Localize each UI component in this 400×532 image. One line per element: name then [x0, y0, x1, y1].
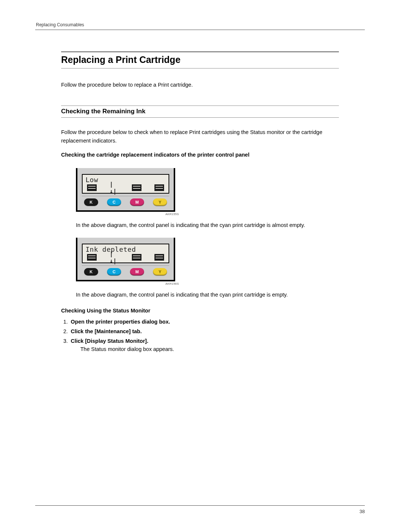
- led-yellow: Y: [153, 198, 167, 206]
- page-number: 38: [35, 509, 365, 514]
- section-heading: Checking the Remaining Ink: [61, 108, 339, 115]
- led-magenta: M: [130, 268, 144, 275]
- lcd-display: Low |↓|: [82, 174, 169, 194]
- list-item: Open the printer properties dialog box.: [69, 319, 339, 325]
- led-black: K: [84, 268, 98, 275]
- control-panel-figure-1: Low |↓| K C M Y: [76, 168, 339, 216]
- list-item: Click [Display Status Monitor]. The Stat…: [69, 338, 339, 352]
- lcd-text: Low: [86, 176, 166, 184]
- subheading-indicators: Checking the cartridge replacement indic…: [61, 152, 339, 158]
- led-black: K: [84, 198, 98, 206]
- ink-drop-icon: |↓|: [110, 184, 119, 191]
- cartridge-icon: [154, 254, 164, 261]
- cartridge-icon: [132, 254, 141, 261]
- ink-drop-icon: |↓|: [110, 254, 119, 261]
- led-row: K C M Y: [82, 196, 169, 207]
- top-rule: [35, 30, 365, 30]
- intro-text: Follow the procedure below to replace a …: [61, 81, 339, 89]
- figure-caption-2: In the above diagram, the control panel …: [76, 291, 339, 299]
- figure-caption-1: In the above diagram, the control panel …: [76, 221, 339, 230]
- cartridge-icon: [87, 184, 97, 191]
- h1-container: Replacing a Print Cartridge: [61, 51, 339, 68]
- led-cyan: C: [107, 268, 121, 275]
- step-label: Click [Display Status Monitor].: [71, 338, 148, 344]
- subheading-status-monitor: Checking Using the Status Monitor: [61, 308, 339, 314]
- h2-container: Checking the Remaining Ink: [61, 106, 339, 118]
- led-row: K C M Y: [82, 265, 169, 277]
- step-label: Open the printer properties dialog box.: [71, 319, 170, 325]
- page-footer: 38: [0, 505, 400, 514]
- led-cyan: C: [107, 198, 121, 206]
- list-item: Click the [Maintenance] tab.: [69, 328, 339, 334]
- step-note: The Status monitor dialog box appears.: [80, 346, 339, 352]
- lcd-text: Ink depleted: [86, 245, 166, 253]
- figure-code: AKR156S: [76, 282, 179, 285]
- footer-rule: [35, 505, 365, 506]
- cartridge-icon: [132, 184, 141, 191]
- cartridge-icon: [154, 184, 164, 191]
- lcd-display: Ink depleted |↓|: [82, 244, 169, 263]
- content-area: Replacing a Print Cartridge Follow the p…: [35, 51, 365, 352]
- procedure-list: Open the printer properties dialog box. …: [69, 319, 339, 352]
- step-label: Click the [Maintenance] tab.: [71, 328, 142, 334]
- cartridge-icon: [87, 254, 97, 261]
- running-head: Replacing Consumables: [35, 22, 365, 27]
- section-intro: Follow the procedure below to check when…: [61, 128, 339, 145]
- figure-code: AKR155S: [76, 213, 179, 216]
- led-yellow: Y: [153, 268, 167, 275]
- control-panel-figure-2: Ink depleted |↓| K C M Y: [76, 238, 339, 285]
- page-title: Replacing a Print Cartridge: [61, 54, 339, 65]
- led-magenta: M: [130, 198, 144, 206]
